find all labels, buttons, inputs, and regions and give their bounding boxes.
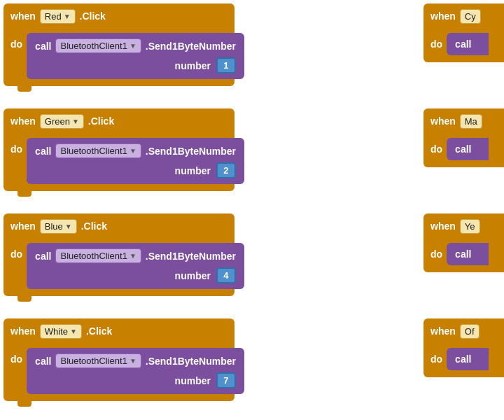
call-label: call	[455, 38, 471, 50]
component-badge[interactable]: Cy	[460, 9, 481, 24]
call-label: call	[455, 354, 471, 365]
number-label: number	[175, 270, 211, 281]
number-badge: 2	[216, 162, 236, 178]
component-badge[interactable]: White ▼	[40, 324, 82, 339]
when-label: when	[10, 326, 36, 337]
partial-when-row: when Of	[424, 318, 504, 344]
do-label: do	[430, 348, 442, 365]
click-label: .Click	[81, 220, 107, 232]
when-label: when	[430, 220, 456, 232]
partial-block-yellow-partial: when Ye do call	[424, 214, 504, 272]
click-label: .Click	[88, 115, 114, 127]
do-row-green-block: do call BluetoothClient1 ▼ .Send1ByteNum…	[4, 134, 234, 191]
click-label: .Click	[86, 326, 112, 337]
partial-inner-block: call	[447, 138, 489, 160]
partial-inner-block: call	[447, 243, 489, 265]
when-row-green-block: when Green ▼ .Click	[4, 108, 234, 134]
block-red-block: when Red ▼ .Click do call BluetoothClien…	[4, 4, 234, 86]
number-badge: 7	[216, 372, 236, 388]
partial-do-row: do call	[424, 239, 504, 272]
component-badge[interactable]: Ma	[460, 114, 482, 129]
call-label: call	[455, 144, 471, 155]
call-row: call BluetoothClient1 ▼ .Send1ByteNumber	[35, 38, 236, 53]
method-label: .Send1ByteNumber	[146, 146, 236, 157]
partial-block-off-partial: when Of do call	[424, 318, 504, 377]
when-label: when	[10, 220, 36, 232]
number-label: number	[175, 60, 211, 71]
when-row-blue-block: when Blue ▼ .Click	[4, 214, 234, 239]
click-label: .Click	[80, 10, 106, 22]
partial-do-row: do call	[424, 344, 504, 377]
call-row: call BluetoothClient1 ▼ .Send1ByteNumber	[35, 354, 236, 368]
partial-block-cyan-partial: when Cy do call	[424, 4, 504, 62]
call-label: call	[35, 251, 51, 262]
call-row: call BluetoothClient1 ▼ .Send1ByteNumber	[35, 144, 236, 158]
call-label: call	[35, 41, 51, 52]
number-row: number 1	[35, 57, 236, 74]
partial-do-row: do call	[424, 29, 504, 62]
number-badge: 1	[216, 57, 236, 74]
bt-dropdown-arrow: ▼	[130, 147, 136, 155]
call-row: call	[455, 38, 480, 50]
do-label: do	[10, 243, 22, 260]
inner-block: call BluetoothClient1 ▼ .Send1ByteNumber…	[27, 33, 244, 79]
when-label: when	[10, 10, 36, 22]
do-row-white-block: do call BluetoothClient1 ▼ .Send1ByteNum…	[4, 344, 234, 401]
do-label: do	[10, 348, 22, 365]
do-label: do	[430, 138, 442, 155]
inner-block: call BluetoothClient1 ▼ .Send1ByteNumber…	[27, 243, 244, 289]
do-row-red-block: do call BluetoothClient1 ▼ .Send1ByteNum…	[4, 29, 234, 86]
call-row: call	[455, 144, 480, 155]
method-label: .Send1ByteNumber	[146, 251, 236, 262]
partial-inner-block: call	[447, 348, 489, 370]
number-row: number 2	[35, 162, 236, 178]
dropdown-arrow: ▼	[70, 328, 77, 335]
block-white-block: when White ▼ .Click do call BluetoothCli…	[4, 318, 234, 401]
call-row: call	[455, 354, 480, 365]
component-badge[interactable]: Green ▼	[40, 114, 84, 129]
dropdown-arrow: ▼	[64, 13, 71, 20]
bt-badge[interactable]: BluetoothClient1 ▼	[55, 354, 141, 368]
do-label: do	[10, 138, 22, 155]
number-badge: 4	[216, 267, 236, 284]
do-label: do	[430, 33, 442, 50]
when-label: when	[430, 10, 456, 22]
partial-do-row: do call	[424, 134, 504, 167]
partial-when-row: when Cy	[424, 4, 504, 29]
component-badge[interactable]: Blue ▼	[40, 219, 77, 234]
partial-block-magenta-partial: when Ma do call	[424, 108, 504, 167]
call-label: call	[35, 146, 51, 157]
inner-block: call BluetoothClient1 ▼ .Send1ByteNumber…	[27, 348, 244, 394]
when-row-white-block: when White ▼ .Click	[4, 318, 234, 344]
bt-dropdown-arrow: ▼	[130, 252, 136, 260]
number-label: number	[175, 165, 211, 176]
call-row: call	[455, 248, 480, 260]
bt-dropdown-arrow: ▼	[130, 42, 136, 50]
when-label: when	[430, 115, 456, 127]
inner-block: call BluetoothClient1 ▼ .Send1ByteNumber…	[27, 138, 244, 184]
bt-badge[interactable]: BluetoothClient1 ▼	[55, 248, 141, 263]
dropdown-arrow: ▼	[65, 223, 72, 230]
do-label: do	[430, 243, 442, 260]
when-row-red-block: when Red ▼ .Click	[4, 4, 234, 29]
partial-inner-block: call	[447, 33, 489, 55]
when-label: when	[430, 326, 456, 337]
block-blue-block: when Blue ▼ .Click do call BluetoothClie…	[4, 214, 234, 296]
call-row: call BluetoothClient1 ▼ .Send1ByteNumber	[35, 248, 236, 263]
method-label: .Send1ByteNumber	[146, 356, 236, 367]
number-label: number	[175, 375, 211, 386]
partial-when-row: when Ma	[424, 108, 504, 134]
do-label: do	[10, 33, 22, 50]
partial-when-row: when Ye	[424, 214, 504, 239]
when-label: when	[10, 115, 36, 127]
call-label: call	[35, 356, 51, 367]
number-row: number 7	[35, 372, 236, 388]
number-row: number 4	[35, 267, 236, 284]
component-badge[interactable]: Ye	[460, 219, 480, 234]
method-label: .Send1ByteNumber	[146, 41, 236, 52]
dropdown-arrow: ▼	[72, 118, 79, 125]
bt-badge[interactable]: BluetoothClient1 ▼	[55, 144, 141, 158]
component-badge[interactable]: Of	[460, 324, 479, 339]
component-badge[interactable]: Red ▼	[40, 9, 76, 24]
bt-badge[interactable]: BluetoothClient1 ▼	[55, 38, 141, 53]
